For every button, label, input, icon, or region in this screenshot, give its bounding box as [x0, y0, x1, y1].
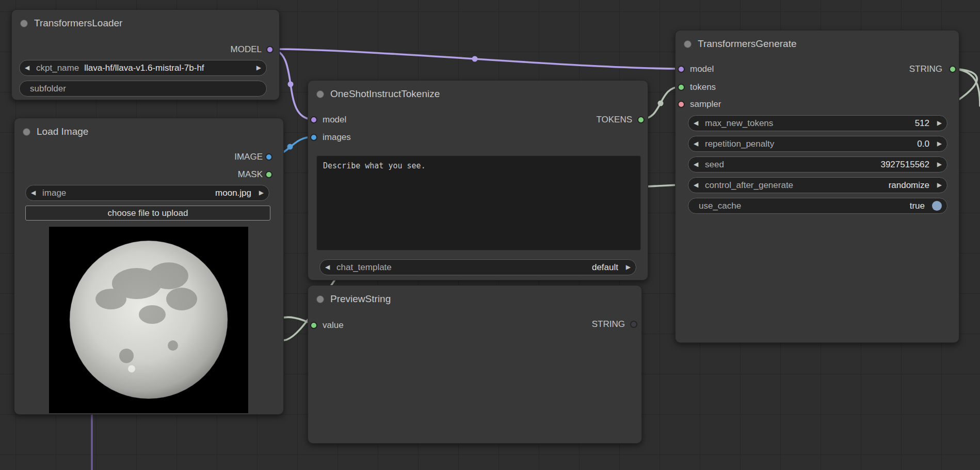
widget-value: default [395, 262, 618, 273]
output-port-string[interactable] [949, 66, 956, 73]
input-label-value: value [323, 320, 344, 331]
output-label-mask: MASK [238, 169, 263, 180]
node-graph-canvas[interactable]: TransformersLoader MODEL ◀ ckpt_name lla… [0, 0, 980, 470]
widget-max-new-tokens[interactable]: ◀ max_new_tokens 512 ▶ [688, 115, 947, 131]
node-title-bar[interactable]: OneShotInstructTokenize [308, 81, 648, 107]
link-midpoint-dot [658, 101, 664, 106]
input-port-sampler[interactable] [678, 101, 685, 108]
node-preview-string[interactable]: PreviewString value STRING [308, 285, 642, 444]
widget-value: 512 [776, 118, 929, 129]
decrement-arrow-icon[interactable]: ◀ [694, 115, 703, 131]
widget-image-select[interactable]: ◀ image moon.jpg ▶ [25, 185, 269, 201]
node-title: PreviewString [330, 293, 391, 305]
link-midpoint-dot [288, 82, 294, 87]
link-midpoint-dot [287, 144, 293, 150]
widget-label: subfolder [30, 84, 66, 94]
increment-arrow-icon[interactable]: ▶ [933, 115, 942, 131]
node-title: TransformersGenerate [698, 38, 796, 50]
widget-value: llava-hf/llava-v1.6-mistral-7b-hf [84, 63, 249, 73]
widget-use-cache[interactable]: use_cache true [688, 198, 947, 214]
node-one-shot-instruct-tokenize[interactable]: OneShotInstructTokenize model images TOK… [308, 80, 648, 280]
widget-repetition-penalty[interactable]: ◀ repetition_penalty 0.0 ▶ [688, 136, 947, 152]
widget-seed[interactable]: ◀ seed 3927515562 ▶ [688, 156, 947, 173]
increment-arrow-icon[interactable]: ▶ [933, 156, 942, 173]
widget-subfolder[interactable]: subfolder [19, 81, 267, 97]
node-title-bar[interactable]: TransformersGenerate [676, 30, 959, 57]
widget-value: 3927515562 [727, 160, 929, 170]
link-midpoint-dot [472, 56, 478, 62]
input-port-value[interactable] [310, 322, 317, 329]
input-port-model[interactable] [310, 116, 317, 123]
image-preview [49, 227, 248, 413]
input-label-model: model [690, 64, 714, 74]
output-label-tokens: TOKENS [596, 115, 632, 125]
widget-label: use_cache [699, 201, 741, 211]
widget-label: repetition_penalty [705, 139, 774, 149]
increment-arrow-icon[interactable]: ▶ [933, 136, 942, 152]
decrement-arrow-icon[interactable]: ◀ [325, 259, 334, 275]
node-transformers-generate[interactable]: TransformersGenerate model tokens sample… [675, 30, 959, 343]
widget-label: control_after_generate [705, 180, 793, 191]
widget-label: image [42, 188, 66, 198]
decrement-arrow-icon[interactable]: ◀ [694, 136, 703, 152]
increment-arrow-icon[interactable]: ▶ [933, 177, 942, 193]
output-label-string: STRING [909, 64, 942, 74]
widget-value: moon.jpg [69, 188, 251, 198]
prompt-textarea[interactable]: Describe what you see. [316, 155, 641, 250]
input-label-model: model [323, 115, 346, 125]
widget-value: true [744, 201, 925, 211]
node-status-dot[interactable] [23, 128, 30, 136]
node-load-image[interactable]: Load Image IMAGE MASK ◀ image moon.jpg ▶… [14, 118, 284, 415]
decrement-arrow-icon[interactable]: ◀ [25, 60, 34, 76]
node-title: OneShotInstructTokenize [330, 88, 440, 100]
increment-arrow-icon[interactable]: ▶ [252, 60, 261, 76]
input-port-tokens[interactable] [678, 84, 685, 91]
node-title: Load Image [37, 126, 88, 137]
increment-arrow-icon[interactable]: ▶ [254, 185, 264, 201]
widget-chat-template[interactable]: ◀ chat_template default ▶ [319, 259, 636, 275]
widget-control-after-generate[interactable]: ◀ control_after_generate randomize ▶ [688, 177, 947, 193]
output-port-model[interactable] [266, 46, 274, 53]
output-label-image: IMAGE [234, 152, 263, 162]
choose-file-button[interactable]: choose file to upload [25, 206, 270, 221]
widget-label: ckpt_name [36, 63, 79, 73]
widget-value: 0.0 [777, 139, 929, 149]
node-status-dot[interactable] [316, 90, 324, 98]
output-port-string[interactable] [630, 321, 637, 328]
output-label-string: STRING [592, 319, 625, 330]
node-status-dot[interactable] [684, 40, 692, 48]
node-transformers-loader[interactable]: TransformersLoader MODEL ◀ ckpt_name lla… [11, 9, 280, 100]
output-port-tokens[interactable] [637, 116, 645, 123]
node-title-bar[interactable]: TransformersLoader [12, 10, 279, 37]
output-port-image[interactable] [265, 153, 272, 161]
input-label-sampler: sampler [690, 99, 721, 109]
output-port-mask[interactable] [265, 171, 272, 178]
boolean-toggle[interactable] [932, 201, 942, 211]
input-label-images: images [323, 132, 351, 143]
node-status-dot[interactable] [316, 295, 324, 303]
input-port-images[interactable] [310, 134, 317, 141]
widget-label: max_new_tokens [705, 118, 773, 129]
node-title: TransformersLoader [34, 18, 122, 29]
widget-label: chat_template [336, 262, 392, 273]
node-title-bar[interactable]: Load Image [14, 118, 283, 145]
widget-label: seed [705, 160, 724, 170]
decrement-arrow-icon[interactable]: ◀ [694, 156, 703, 173]
widget-value: randomize [796, 180, 929, 191]
output-label-model: MODEL [231, 44, 262, 55]
input-label-tokens: tokens [690, 82, 716, 92]
node-title-bar[interactable]: PreviewString [308, 286, 641, 312]
decrement-arrow-icon[interactable]: ◀ [31, 185, 40, 201]
decrement-arrow-icon[interactable]: ◀ [694, 177, 703, 193]
increment-arrow-icon[interactable]: ▶ [621, 259, 631, 275]
input-port-model[interactable] [678, 66, 685, 73]
widget-ckpt-name[interactable]: ◀ ckpt_name llava-hf/llava-v1.6-mistral-… [19, 60, 267, 76]
node-status-dot[interactable] [20, 20, 28, 27]
moon-image [49, 227, 248, 413]
